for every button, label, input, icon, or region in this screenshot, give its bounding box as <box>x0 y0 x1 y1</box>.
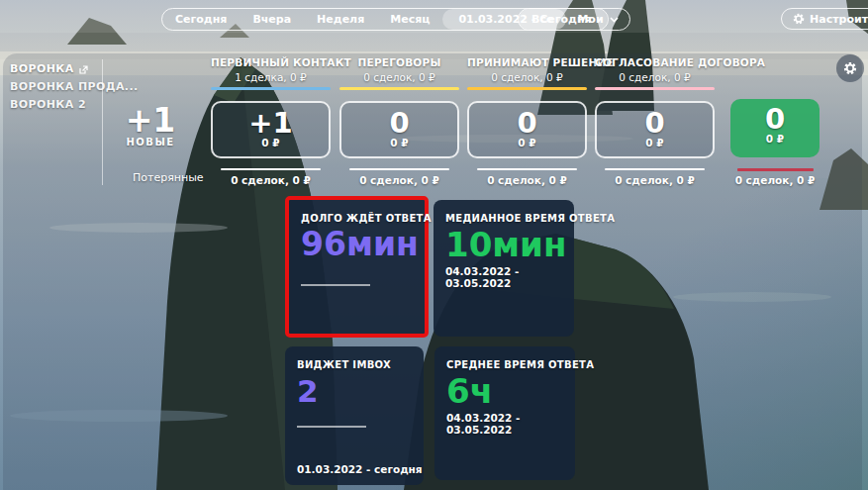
widget-period: 04.03.2022 - 03.05.2022 <box>445 265 562 289</box>
stage-subtitle: 0 сделок, 0 ₽ <box>595 71 715 83</box>
stage-subtitle: 0 сделок, 0 ₽ <box>467 71 587 83</box>
external-link-icon <box>79 65 88 74</box>
funnel-label: ВОРОНКА ПРОДА... <box>10 78 139 96</box>
widget-median-response-time[interactable]: МЕДИАННОЕ ВРЕМЯ ОТВЕТА 10мин 04.03.2022 … <box>434 200 574 337</box>
widget-divider-line <box>297 426 366 428</box>
stage-card-sum: 0 ₽ <box>469 137 585 148</box>
widget-period: 01.03.2022 - сегодня <box>297 463 423 475</box>
stage-footer-line-won <box>737 168 814 171</box>
stage-card-primary-contact[interactable]: +1 0 ₽ <box>211 101 331 158</box>
widget-title: ВИДЖЕТ IMBOX <box>297 359 412 370</box>
stage-accent-line <box>339 87 459 90</box>
stage-card-decision[interactable]: 0 0 ₽ <box>467 101 587 158</box>
widget-title: СРЕДНЕЕ ВРЕМЯ ОТВЕТА <box>446 359 563 370</box>
scope-toggle-group: Все Мои <box>518 8 630 31</box>
gear-icon <box>843 61 857 75</box>
widget-value: 2 <box>297 370 412 412</box>
stage-card-sum: 0 ₽ <box>341 137 457 148</box>
new-leads-count: +1 <box>109 102 192 139</box>
new-leads-block[interactable]: +1 НОВЫЕ <box>109 102 192 147</box>
stage-subtitle: 0 сделок, 0 ₽ <box>339 71 459 83</box>
chevron-down-icon <box>610 17 619 23</box>
stage-subtitle: 1 сделка, 0 ₽ <box>211 71 331 83</box>
stage-card-value: 0 <box>469 106 585 140</box>
stage-title: ПРИНИМАЮТ РЕШЕНИЕ <box>467 56 587 68</box>
widget-imbox[interactable]: ВИДЖЕТ IMBOX 2 01.03.2022 - сегодня <box>285 346 424 485</box>
sidebar-item-funnel[interactable]: ВОРОНКА <box>10 60 139 78</box>
stage-accent-line <box>211 87 331 90</box>
lost-leads-link[interactable]: Потерянные <box>133 171 204 184</box>
stage-footer-line <box>477 168 577 170</box>
stage-header-contract: СОГЛАСОВАНИЕ ДОГОВОРА 0 сделок, 0 ₽ <box>595 56 715 83</box>
configure-button[interactable]: Настроить <box>781 8 868 30</box>
sidebar-item-funnel-sales[interactable]: ВОРОНКА ПРОДА... <box>10 78 139 96</box>
stage-footer: 0 сделок, 0 ₽ <box>211 174 331 186</box>
stage-accent-line <box>595 87 715 90</box>
stage-card-sum: 0 ₽ <box>730 133 820 145</box>
stage-header-decision: ПРИНИМАЮТ РЕШЕНИЕ 0 сделок, 0 ₽ <box>467 56 587 83</box>
board-settings-button[interactable] <box>836 54 864 82</box>
stage-card-sum: 0 ₽ <box>597 137 713 148</box>
stage-card-negotiation[interactable]: 0 0 ₽ <box>339 101 459 158</box>
filter-today[interactable]: Сегодня <box>162 9 240 30</box>
stage-footer: 0 сделок, 0 ₽ <box>339 174 459 186</box>
stage-card-sum: 0 ₽ <box>213 137 329 148</box>
widget-average-response-time[interactable]: СРЕДНЕЕ ВРЕМЯ ОТВЕТА 6ч 04.03.2022 - 03.… <box>434 346 575 480</box>
sidebar-divider <box>102 59 103 185</box>
scope-my-label: Мои <box>577 9 603 30</box>
filter-week[interactable]: Неделя <box>304 9 377 30</box>
widget-long-wait[interactable]: ДОЛГО ЖДЁТ ОТВЕТА 96мин <box>285 196 429 338</box>
stage-card-value: 0 <box>341 106 457 140</box>
stage-header-primary-contact: ПЕРВИЧНЫЙ КОНТАКТ 1 сделка, 0 ₽ <box>211 56 331 83</box>
stage-title: ПЕРВИЧНЫЙ КОНТАКТ <box>211 56 331 68</box>
stage-footer-line <box>349 168 449 170</box>
widget-period: 04.03.2022 - 03.05.2022 <box>446 412 563 436</box>
stage-footer: 0 сделок, 0 ₽ <box>595 174 715 186</box>
widget-value: 10мин <box>445 224 562 265</box>
scope-my-button[interactable]: Мои <box>566 9 628 30</box>
filter-yesterday[interactable]: Вчера <box>240 9 304 30</box>
stage-title: СОГЛАСОВАНИЕ ДОГОВОРА <box>595 56 715 68</box>
stage-footer: 0 сделок, 0 ₽ <box>467 174 587 186</box>
stage-footer-line <box>221 168 321 170</box>
stage-footer: 0 сделок, 0 ₽ <box>716 174 834 186</box>
stage-card-value: 0 <box>730 102 820 136</box>
stage-card-won[interactable]: 0 0 ₽ <box>730 99 820 157</box>
widget-value: 96мин <box>301 224 413 265</box>
widget-title: ДОЛГО ЖДЁТ ОТВЕТА <box>301 213 413 224</box>
funnel-label: ВОРОНКА 2 <box>10 96 86 114</box>
gear-icon <box>793 13 805 25</box>
new-leads-label: НОВЫЕ <box>109 137 192 147</box>
stage-title: ПЕРЕГОВОРЫ <box>339 56 459 68</box>
stage-card-value: 0 <box>597 106 713 140</box>
widget-title: МЕДИАННОЕ ВРЕМЯ ОТВЕТА <box>445 213 562 224</box>
scope-all-button[interactable]: Все <box>519 9 566 30</box>
stage-accent-line <box>467 87 587 90</box>
widget-divider-line <box>301 284 370 286</box>
funnel-label: ВОРОНКА <box>10 60 74 78</box>
stage-header-negotiation: ПЕРЕГОВОРЫ 0 сделок, 0 ₽ <box>339 56 459 83</box>
widget-value: 6ч <box>446 370 563 412</box>
stage-card-contract[interactable]: 0 0 ₽ <box>595 101 715 158</box>
stage-footer-line <box>605 168 705 170</box>
filter-month[interactable]: Месяц <box>377 9 442 30</box>
configure-label: Настроить <box>810 13 868 26</box>
stage-card-value: +1 <box>213 106 329 140</box>
